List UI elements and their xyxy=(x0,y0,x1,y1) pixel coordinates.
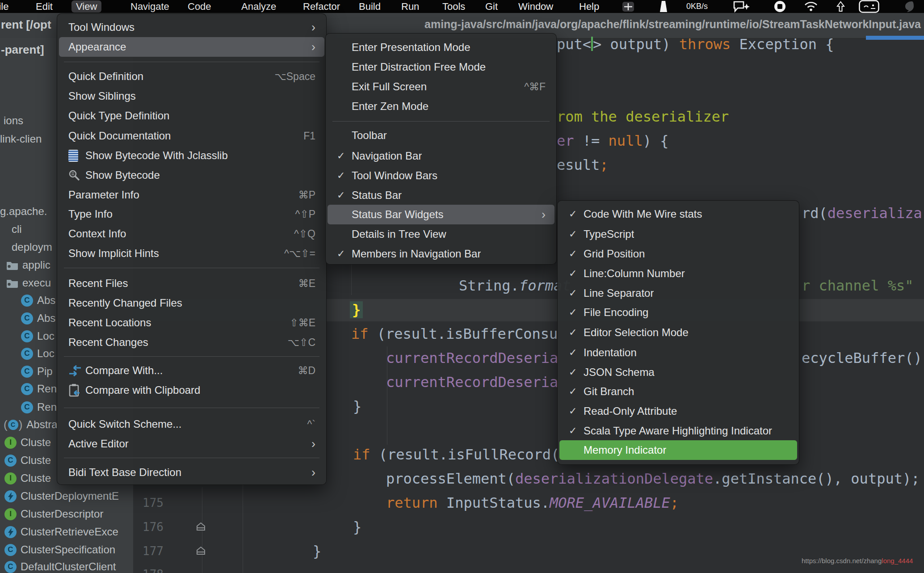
tree-item-cli[interactable]: cli xyxy=(12,221,22,237)
code-line[interactable]: processElement(deserializationDelegate.g… xyxy=(386,469,920,489)
menubar-item-run[interactable]: Run xyxy=(397,0,424,13)
fold-marker-icon[interactable] xyxy=(196,522,206,533)
input-source-icon[interactable] xyxy=(859,0,879,13)
tree-item-clusterretrieveexce[interactable]: ClusterRetrieveExce xyxy=(4,524,118,540)
widgets-menu-item-memory-indicator[interactable]: Memory Indicator xyxy=(559,440,797,460)
code-line[interactable]: return InputStatus.MORE_AVAILABLE; xyxy=(386,493,679,513)
tree-item-loc[interactable]: CLoc xyxy=(21,345,55,362)
tree-item-abs[interactable]: CAbs xyxy=(21,310,55,326)
view-menu-item-type-info[interactable]: Type Info^⇧P xyxy=(59,204,324,224)
widgets-menu-item-line-column-number[interactable]: ✓Line:Column Number xyxy=(559,264,797,283)
view-menu-item-quick-switch-scheme[interactable]: Quick Switch Scheme...^` xyxy=(59,414,324,434)
view-menu-item-bidi-text-base-direction[interactable]: Bidi Text Base Direction› xyxy=(59,463,324,482)
record-icon[interactable] xyxy=(774,0,786,13)
menubar-item-view[interactable]: View xyxy=(71,0,101,13)
menubar-item-navigate[interactable]: Navigate xyxy=(126,0,174,13)
appearance-menu-item-toolbar[interactable]: Toolbar xyxy=(328,126,554,145)
menubar-item-refactor[interactable]: Refactor xyxy=(298,0,344,13)
widgets-menu-item-json-schema[interactable]: ✓JSON Schema xyxy=(559,362,797,382)
view-menu-item-show-implicit-hints[interactable]: Show Implicit Hints^⌥⇧= xyxy=(59,244,324,263)
menubar-item-build[interactable]: Build xyxy=(354,0,385,13)
notification-icon[interactable] xyxy=(903,0,915,13)
appearance-menu-item-status-bar[interactable]: ✓Status Bar xyxy=(328,185,554,205)
view-menu-item-context-info[interactable]: Context Info^⇧Q xyxy=(59,224,324,244)
tree-item-defaultclusterclient[interactable]: CDefaultClusterClient xyxy=(4,559,116,573)
widgets-menu-item-code-with-me-wire-stats[interactable]: ✓Code With Me Wire stats xyxy=(559,204,797,224)
view-menu-item-quick-documentation[interactable]: Quick DocumentationF1 xyxy=(59,126,324,146)
appearance-menu-item-status-bar-widgets[interactable]: Status Bar Widgets› xyxy=(328,205,554,224)
tree-item-pip[interactable]: CPip xyxy=(21,363,53,379)
view-menu-item-recently-changed-files[interactable]: Recently Changed Files xyxy=(59,293,324,313)
tree-item-deploym[interactable]: deploym xyxy=(12,239,52,255)
widgets-menu-item-indentation[interactable]: ✓Indentation xyxy=(559,343,797,362)
code-line[interactable]: if (result.isFullRecord( xyxy=(353,445,559,464)
code-line[interactable]: } xyxy=(313,541,321,561)
view-menu-item-appearance[interactable]: Appearance› xyxy=(59,37,324,57)
widgets-menu-item-grid-position[interactable]: ✓Grid Position xyxy=(559,244,797,264)
appearance-menu-item-exit-full-screen[interactable]: Exit Full Screen^⌘F xyxy=(328,77,554,97)
view-menu-item-recent-locations[interactable]: Recent Locations⇧⌘E xyxy=(59,313,324,333)
menubar-item-edit[interactable]: Edit xyxy=(31,0,57,13)
menubar-item-help[interactable]: Help xyxy=(575,0,604,13)
view-menu-item-recent-files[interactable]: Recent Files⌘E xyxy=(59,274,324,293)
view-menu-item-parameter-info[interactable]: Parameter Info⌘P xyxy=(59,185,324,205)
tree-item-g-apache[interactable]: g.apache. xyxy=(0,203,47,219)
menubar-item-tools[interactable]: Tools xyxy=(438,0,470,13)
code-line[interactable]: String.format xyxy=(459,276,571,295)
widgets-menu-item-typescript[interactable]: ✓TypeScript xyxy=(559,224,797,244)
code-line[interactable]: rom the deserializer xyxy=(557,107,729,126)
tree-item-loc[interactable]: CLoc xyxy=(21,328,55,344)
view-menu-item-recent-changes[interactable]: Recent Changes⌥⇧C xyxy=(59,333,324,352)
appearance-menu-item-tool-window-bars[interactable]: ✓Tool Window Bars xyxy=(328,166,554,185)
menubar-item-window[interactable]: Window xyxy=(514,0,558,13)
tree-item-ren[interactable]: CRen xyxy=(21,399,57,415)
code-line[interactable]: } xyxy=(353,396,361,416)
appearance-menu-item-members-in-navigation-bar[interactable]: ✓Members in Navigation Bar xyxy=(328,244,554,264)
appearance-menu-item-details-in-tree-view[interactable]: Details in Tree View xyxy=(328,224,554,244)
code-line[interactable]: r channel %s" xyxy=(802,276,913,295)
widgets-menu-item-editor-selection-mode[interactable]: ✓Editor Selection Mode xyxy=(559,323,797,342)
tree-item-clusterdeploymente[interactable]: ClusterDeploymentE xyxy=(4,488,119,504)
tree-item-link-clien[interactable]: link-clien xyxy=(0,131,42,147)
view-menu-item-quick-definition[interactable]: Quick Definition⌥Space xyxy=(59,67,324,86)
tree-item-rent-opt[interactable]: rent [/opt xyxy=(1,17,51,33)
view-menu-item-tool-windows[interactable]: Tool Windows› xyxy=(59,17,324,37)
view-menu-item-compare-with-clipboard[interactable]: Compare with Clipboard xyxy=(59,380,324,400)
code-line[interactable]: } xyxy=(350,300,363,320)
tree-item-ren[interactable]: CRen xyxy=(21,381,57,397)
view-menu-item-show-siblings[interactable]: Show Siblings xyxy=(59,86,324,106)
code-line[interactable]: ecycleBuffer() xyxy=(802,348,922,368)
wifi-icon[interactable] xyxy=(804,0,818,13)
tree-item-cluste[interactable]: CCluste xyxy=(4,452,51,468)
code-line[interactable]: er != null) { xyxy=(557,131,668,151)
view-menu-item-quick-type-definition[interactable]: Quick Type Definition xyxy=(59,106,324,126)
widgets-menu-item-file-encoding[interactable]: ✓File Encoding xyxy=(559,303,797,322)
view-menu-item-compare-with[interactable]: Compare With...⌘D xyxy=(59,361,324,380)
appearance-menu-item-enter-zen-mode[interactable]: Enter Zen Mode xyxy=(328,97,554,116)
code-line[interactable]: rd(deserializa xyxy=(802,203,922,223)
fold-marker-icon[interactable] xyxy=(196,546,206,557)
chat-sparkle-icon[interactable] xyxy=(733,0,750,13)
apps-grid-icon[interactable] xyxy=(622,0,634,13)
upload-arrow-icon[interactable] xyxy=(836,0,845,13)
code-line[interactable]: put<> output) throws Exception { xyxy=(557,34,834,54)
appearance-menu-item-navigation-bar[interactable]: ✓Navigation Bar xyxy=(328,146,554,166)
tree-item-execu[interactable]: execu xyxy=(6,275,51,291)
code-line[interactable]: } xyxy=(353,517,361,537)
code-line[interactable]: if (result.isBufferConsu xyxy=(351,324,558,344)
tree-item-cluste[interactable]: ICluste xyxy=(4,434,51,451)
widgets-menu-item-git-branch[interactable]: ✓Git Branch xyxy=(559,382,797,401)
tree-item-cluste[interactable]: ICluste xyxy=(4,470,51,486)
view-menu-item-active-editor[interactable]: Active Editor› xyxy=(59,434,324,454)
tree-item-abs[interactable]: CAbs xyxy=(21,292,55,308)
code-line[interactable]: currentRecordDeseria xyxy=(386,348,558,368)
tree-item-ions[interactable]: ions xyxy=(4,113,23,129)
view-menu-item-show-bytecode[interactable]: Show Bytecode xyxy=(59,165,324,185)
menubar-item-git[interactable]: Git xyxy=(481,0,502,13)
battery-icon[interactable] xyxy=(659,0,668,13)
view-menu-item-show-bytecode-with-jclasslib[interactable]: Show Bytecode With Jclasslib xyxy=(59,146,324,165)
code-line[interactable]: currentRecordDeseria xyxy=(386,372,558,392)
tree-item-clusterdescriptor[interactable]: IClusterDescriptor xyxy=(4,506,103,522)
widgets-menu-item-line-separator[interactable]: ✓Line Separator xyxy=(559,283,797,303)
menubar-item-analyze[interactable]: Analyze xyxy=(237,0,281,13)
